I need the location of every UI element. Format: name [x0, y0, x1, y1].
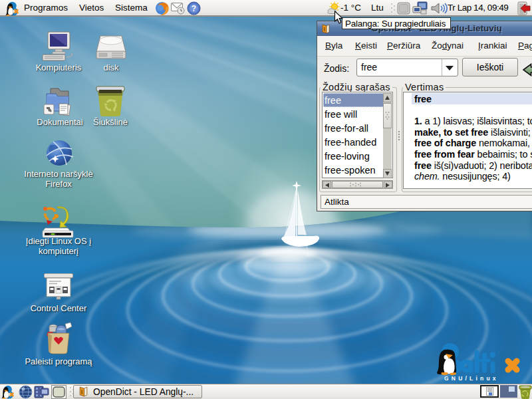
svg-text:GNU/Linux: GNU/Linux [444, 375, 499, 382]
svg-text:?: ? [192, 4, 196, 13]
